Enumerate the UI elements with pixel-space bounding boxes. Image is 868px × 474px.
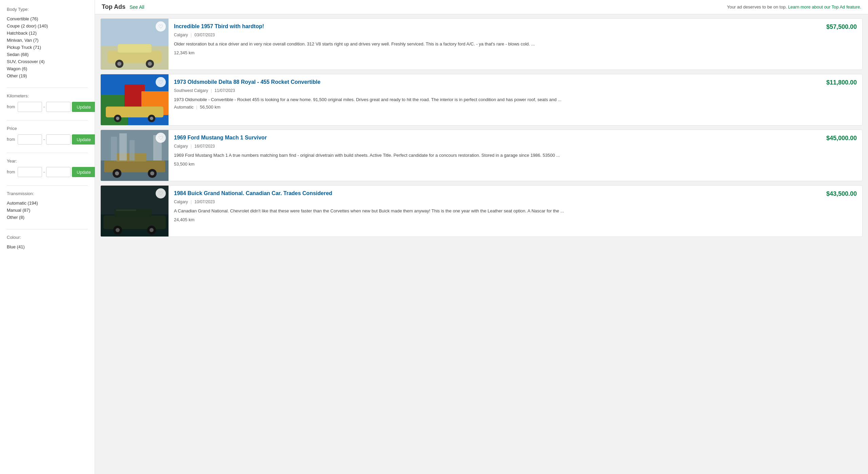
listing-title-3[interactable]: 1969 Ford Mustang Mach 1 Survivor xyxy=(174,135,821,141)
favorite-button-3[interactable]: ♡ xyxy=(156,133,166,143)
listing-card[interactable]: ♡ 1984 Buick Grand National. Canadian Ca… xyxy=(100,185,863,237)
listing-card[interactable]: ♡ 1969 Ford Mustang Mach 1 Survivor $45,… xyxy=(100,130,863,181)
svg-point-24 xyxy=(150,171,154,175)
listing-date-4: 10/07/2023 xyxy=(194,200,215,204)
svg-point-22 xyxy=(115,171,119,175)
filter-automatic[interactable]: Automatic (194) xyxy=(7,200,88,207)
km-from-label: from xyxy=(7,105,16,109)
meta-divider-1: | xyxy=(191,33,192,37)
svg-point-16 xyxy=(150,117,153,120)
svg-point-36 xyxy=(150,228,154,232)
see-all-link[interactable]: See All xyxy=(130,4,144,10)
price-dash: - xyxy=(43,137,45,142)
filter-sedan[interactable]: Sedan (68) xyxy=(7,51,88,58)
listing-desc-2: 1973 Oldsmobile - Convertible - Rocket 4… xyxy=(174,96,857,103)
listing-card[interactable]: ♡ Incredible 1957 Tbird with hardtop! $5… xyxy=(100,18,863,70)
km-update-button[interactable]: Update xyxy=(72,102,96,112)
year-update-button[interactable]: Update xyxy=(72,167,96,177)
price-to-input[interactable] xyxy=(46,134,71,145)
km-to-input[interactable] xyxy=(46,102,71,112)
filter-hatchback[interactable]: Hatchback (12) xyxy=(7,30,88,37)
listing-meta-2: Southwest Calgary | 11/07/2023 xyxy=(174,88,857,93)
listing-km-4: 24,405 km xyxy=(174,217,857,222)
listing-meta-1: Calgary | 03/07/2023 xyxy=(174,33,857,37)
page-layout: Body Type: Convertible (76) Coupe (2 doo… xyxy=(0,0,868,474)
listing-desc-3: 1969 Ford Mustang Mach 1 A true numbers … xyxy=(174,152,857,159)
listing-details-3: 1969 Ford Mustang Mach 1 Survivor $45,00… xyxy=(169,130,862,181)
listing-image-wrap: ♡ xyxy=(101,19,169,70)
main-content: Top Ads See All Your ad deserves to be o… xyxy=(95,0,868,474)
filter-convertible[interactable]: Convertible (76) xyxy=(7,15,88,22)
favorite-button-2[interactable]: ♡ xyxy=(156,77,166,87)
price-from-input[interactable] xyxy=(18,134,42,145)
transmission-title: Transmission: xyxy=(7,191,88,196)
svg-rect-37 xyxy=(116,209,136,211)
year-title: Year: xyxy=(7,158,88,164)
year-to-input[interactable] xyxy=(46,167,71,177)
km-dash: - xyxy=(43,105,45,109)
listing-image-wrap: ♡ xyxy=(101,130,169,181)
km-from-input[interactable] xyxy=(18,102,42,112)
filter-minivan[interactable]: Minivan, Van (7) xyxy=(7,37,88,44)
price-update-button[interactable]: Update xyxy=(72,134,96,145)
colour-filter: Colour: Blue (41) xyxy=(7,235,88,250)
year-from-label: from xyxy=(7,170,16,174)
filter-other-body[interactable]: Other (19) xyxy=(7,72,88,79)
meta-divider-3: | xyxy=(191,144,192,149)
svg-rect-19 xyxy=(104,160,165,172)
svg-point-34 xyxy=(116,228,120,232)
promo-link[interactable]: Learn more about our Top Ad feature. xyxy=(788,4,861,10)
listing-meta-4: Calgary | 10/07/2023 xyxy=(174,200,857,204)
filter-pickup-truck[interactable]: Pickup Truck (71) xyxy=(7,44,88,51)
divider-4 xyxy=(7,185,88,186)
listing-price-2: $11,800.00 xyxy=(826,79,857,86)
listing-date-3: 16/07/2023 xyxy=(194,144,215,149)
listing-trans-2: Automatic | 56,500 km xyxy=(174,105,857,110)
meta-divider-4: | xyxy=(191,200,192,204)
km-title: Kilometers: xyxy=(7,93,88,98)
listing-desc-1: Older restoration but a nice driver and … xyxy=(174,41,857,48)
listing-title-1[interactable]: Incredible 1957 Tbird with hardtop! xyxy=(174,23,821,30)
divider-3 xyxy=(7,153,88,153)
listing-top-row-3: 1969 Ford Mustang Mach 1 Survivor $45,00… xyxy=(174,135,857,142)
listing-meta-3: Calgary | 16/07/2023 xyxy=(174,144,857,149)
listing-title-4[interactable]: 1984 Buick Grand National. Canadian Car.… xyxy=(174,190,821,196)
year-from-input[interactable] xyxy=(18,167,42,177)
svg-rect-12 xyxy=(106,107,163,117)
divider-1 xyxy=(7,88,88,88)
transmission-filter: Transmission: Automatic (194) Manual (87… xyxy=(7,191,88,221)
listing-image-wrap: ♡ xyxy=(101,186,169,236)
listing-top-row-2: 1973 Oldsmobile Delta 88 Royal - 455 Roc… xyxy=(174,79,857,86)
svg-rect-27 xyxy=(130,140,135,160)
listing-title-2[interactable]: 1973 Oldsmobile Delta 88 Royal - 455 Roc… xyxy=(174,79,821,85)
svg-rect-31 xyxy=(103,215,166,229)
svg-rect-26 xyxy=(119,133,127,160)
svg-point-5 xyxy=(117,62,121,66)
listing-card[interactable]: ♡ 1973 Oldsmobile Delta 88 Royal - 455 R… xyxy=(100,74,863,126)
svg-rect-3 xyxy=(118,44,152,53)
body-type-filter: Body Type: Convertible (76) Coupe (2 doo… xyxy=(7,7,88,79)
price-title: Price xyxy=(7,126,88,131)
favorite-button-4[interactable]: ♡ xyxy=(156,188,166,198)
listing-price-1: $57,500.00 xyxy=(826,23,857,31)
filter-wagon[interactable]: Wagon (6) xyxy=(7,65,88,72)
svg-point-7 xyxy=(148,62,152,66)
filter-blue[interactable]: Blue (41) xyxy=(7,243,88,250)
top-ad-promo: Your ad deserves to be on top. Learn mor… xyxy=(727,4,861,10)
colour-title: Colour: xyxy=(7,235,88,240)
filter-coupe[interactable]: Coupe (2 door) (140) xyxy=(7,22,88,30)
listing-location-2: Southwest Calgary xyxy=(174,88,208,93)
listing-price-4: $43,500.00 xyxy=(826,190,857,197)
listings-container: ♡ Incredible 1957 Tbird with hardtop! $5… xyxy=(95,14,868,241)
price-from-label: from xyxy=(7,137,16,142)
top-ads-title: Top Ads xyxy=(102,3,125,11)
listing-details-4: 1984 Buick Grand National. Canadian Car.… xyxy=(169,186,862,236)
listing-location-1: Calgary xyxy=(174,33,188,37)
price-filter: Price from - Update xyxy=(7,126,88,145)
favorite-button-1[interactable]: ♡ xyxy=(156,21,166,32)
filter-manual[interactable]: Manual (87) xyxy=(7,207,88,214)
kilometers-filter: Kilometers: from - Update xyxy=(7,93,88,112)
top-ads-bar: Top Ads See All Your ad deserves to be o… xyxy=(95,0,868,14)
filter-suv[interactable]: SUV, Crossover (4) xyxy=(7,58,88,65)
filter-other-trans[interactable]: Other (8) xyxy=(7,214,88,221)
